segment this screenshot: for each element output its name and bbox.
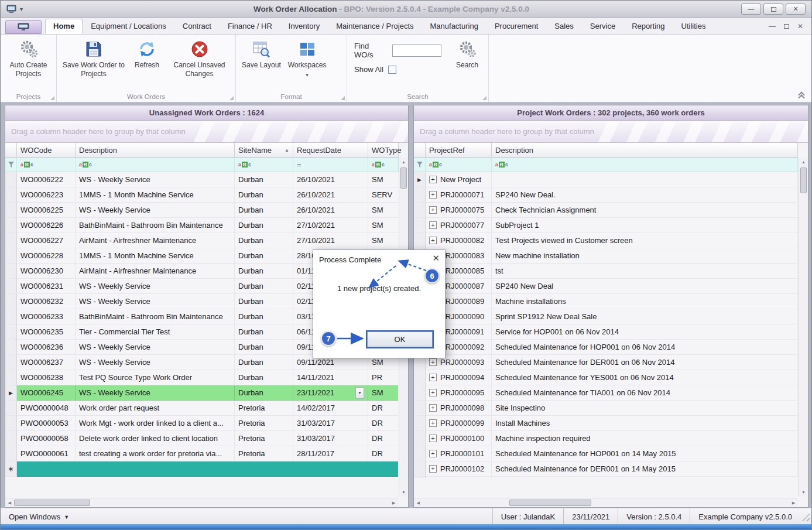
save-work-order-button[interactable]: Save Work Order to Projects [59, 37, 128, 87]
expand-icon[interactable]: + [429, 419, 437, 427]
scroll-right-icon[interactable]: ▶ [789, 498, 798, 507]
row-indicator[interactable] [414, 477, 426, 478]
tab-equipment-locations[interactable]: Equipment / Locations [83, 19, 174, 34]
tab-inventory[interactable]: Inventory [280, 19, 328, 34]
table-row[interactable]: +PRJ0000094Scheduled Maintenance for YES… [414, 370, 798, 385]
horizontal-scrollbar[interactable]: ◀ ▶ [414, 498, 798, 507]
tab-home[interactable]: Home [45, 19, 83, 34]
row-indicator[interactable]: ▶ [414, 172, 426, 187]
table-row[interactable]: +PRJ0000075Check Technician Assignment [414, 203, 798, 218]
table-row[interactable]: +PRJ0000077SubProject 1 [414, 218, 798, 233]
date-dropdown-button[interactable]: ▾ [355, 387, 364, 399]
table-row[interactable]: +PRJ0000082Test Projects viewed in Custo… [414, 233, 798, 248]
table-row[interactable]: WO0006222WS - Weekly ServiceDurban26/10/… [5, 172, 398, 187]
table-row[interactable]: WO0006227AirMaint - Airfreshner Maintena… [5, 233, 398, 248]
scrollbar-thumb[interactable] [509, 500, 591, 506]
group-dialog-launcher-icon[interactable] [50, 95, 54, 100]
ribbon-collapse-button[interactable] [797, 93, 806, 100]
expand-icon[interactable]: + [429, 221, 437, 229]
row-indicator[interactable] [414, 233, 426, 248]
filter-cell-sitename[interactable]: aBc [235, 158, 293, 172]
table-row[interactable]: +PRJ0000100Machine inspection required [414, 431, 798, 446]
save-layout-button[interactable]: Save Layout [238, 37, 285, 87]
find-wo-input[interactable] [392, 45, 441, 57]
row-indicator[interactable] [414, 203, 426, 218]
column-header-description[interactable]: Description [76, 143, 235, 158]
expand-icon[interactable]: + [429, 404, 437, 412]
row-indicator[interactable] [5, 446, 17, 461]
scroll-left-icon[interactable]: ◀ [5, 498, 14, 507]
filter-cell-wotype[interactable]: aBc [368, 158, 399, 172]
row-indicator[interactable] [5, 264, 17, 279]
expand-icon[interactable]: + [429, 176, 437, 183]
tab-procurement[interactable]: Procurement [486, 19, 546, 34]
auto-create-projects-button[interactable]: Auto Create Projects [3, 37, 54, 87]
column-header-projectref[interactable]: ProjectRef [426, 143, 492, 158]
refresh-button[interactable]: Refresh [128, 37, 166, 87]
row-indicator[interactable] [5, 340, 17, 355]
search-button[interactable]: Search [448, 37, 486, 87]
qat-dropdown-icon[interactable]: ▾ [20, 6, 23, 12]
scroll-up-icon[interactable]: ▲ [799, 158, 808, 166]
filter-cell-projectref[interactable]: aBc [426, 158, 492, 172]
table-row[interactable]: +PRJ0000089Machine installations [414, 294, 798, 309]
table-row[interactable]: ▶+New Project [414, 172, 798, 187]
tab-manufacturing[interactable]: Manufacturing [422, 19, 486, 34]
table-row[interactable]: +PRJ0000098Site Inspectino [414, 401, 798, 416]
expand-icon[interactable]: + [429, 450, 437, 457]
row-indicator[interactable]: ∗ [5, 461, 17, 477]
expand-icon[interactable]: + [429, 191, 437, 199]
vertical-scrollbar[interactable]: ▲ ▼ [799, 158, 808, 497]
row-indicator[interactable] [414, 370, 426, 385]
row-indicator[interactable] [5, 355, 17, 370]
workspaces-button[interactable]: Workspaces ▾ [285, 37, 330, 87]
row-indicator[interactable] [5, 416, 17, 431]
row-indicator[interactable] [414, 416, 426, 431]
expand-icon[interactable]: + [429, 435, 437, 442]
expand-icon[interactable]: + [429, 374, 437, 381]
group-by-bar[interactable]: Drag a column header here to group by th… [414, 121, 808, 143]
row-indicator[interactable] [5, 248, 17, 264]
row-indicator[interactable] [5, 279, 17, 294]
table-row[interactable]: WO0006238Test PQ Source Type Work OrderD… [5, 370, 398, 385]
table-row[interactable]: PWO0000061test creating a work order for… [5, 446, 398, 461]
table-row[interactable]: +PRJ0000101Scheduled Maintenance for HOP… [414, 446, 798, 461]
table-row[interactable]: +PRJ0000083New machine installation [414, 248, 798, 264]
filter-cell-description[interactable]: aBc [492, 158, 798, 172]
open-windows-button[interactable]: Open Windows ▼ [1, 512, 77, 521]
table-row[interactable]: WO0006226BathBinMaint - Bathroom Bin Mai… [5, 218, 398, 233]
filter-cell-requestdate[interactable]: = [293, 158, 368, 172]
row-indicator[interactable] [414, 385, 426, 401]
scroll-down-icon[interactable]: ▼ [799, 488, 808, 497]
group-dialog-launcher-icon[interactable] [340, 95, 345, 100]
row-indicator[interactable] [414, 446, 426, 461]
quick-access-toolbar[interactable]: ▾ [1, 5, 42, 13]
column-header-requestdate[interactable]: RequestDate [293, 143, 368, 158]
table-row[interactable]: WO00062231MMS - 1 Month Machine ServiceD… [5, 187, 398, 203]
row-indicator[interactable] [414, 401, 426, 416]
table-row[interactable]: +PRJ0000093Scheduled Maintenance for DER… [414, 355, 798, 370]
table-row[interactable]: ▶WO0006245WS - Weekly ServiceDurban23/11… [5, 385, 398, 401]
scroll-down-icon[interactable]: ▼ [399, 488, 408, 497]
dialog-close-icon[interactable]: ✕ [432, 254, 440, 262]
row-indicator[interactable] [5, 309, 17, 324]
tab-finance-hr[interactable]: Finance / HR [220, 19, 280, 34]
expand-icon[interactable]: + [429, 358, 437, 366]
tab-reporting[interactable]: Reporting [623, 19, 673, 34]
row-indicator[interactable] [5, 203, 17, 218]
expand-icon[interactable]: + [429, 465, 437, 473]
minimize-button[interactable]: — [741, 4, 761, 15]
table-row[interactable]: +PRJ0000091Service for HOP001 on 06 Nov … [414, 324, 798, 340]
row-indicator[interactable] [5, 370, 17, 385]
table-row[interactable]: PWO0000053Work Mgt - work order linked t… [5, 416, 398, 431]
group-dialog-launcher-icon[interactable] [482, 95, 486, 100]
table-row[interactable]: +PRJ0000087SP240 New Deal [414, 279, 798, 294]
tab-service[interactable]: Service [582, 19, 623, 34]
mdi-minimize-icon[interactable]: — [769, 22, 776, 30]
scroll-up-icon[interactable]: ▲ [399, 158, 408, 166]
row-indicator[interactable] [5, 294, 17, 309]
table-row[interactable]: PWO0000048Work order part requestPretori… [5, 401, 398, 416]
row-indicator[interactable]: ▶ [5, 385, 17, 401]
maximize-button[interactable] [763, 4, 783, 15]
filter-cell-description[interactable]: aBc [76, 158, 235, 172]
